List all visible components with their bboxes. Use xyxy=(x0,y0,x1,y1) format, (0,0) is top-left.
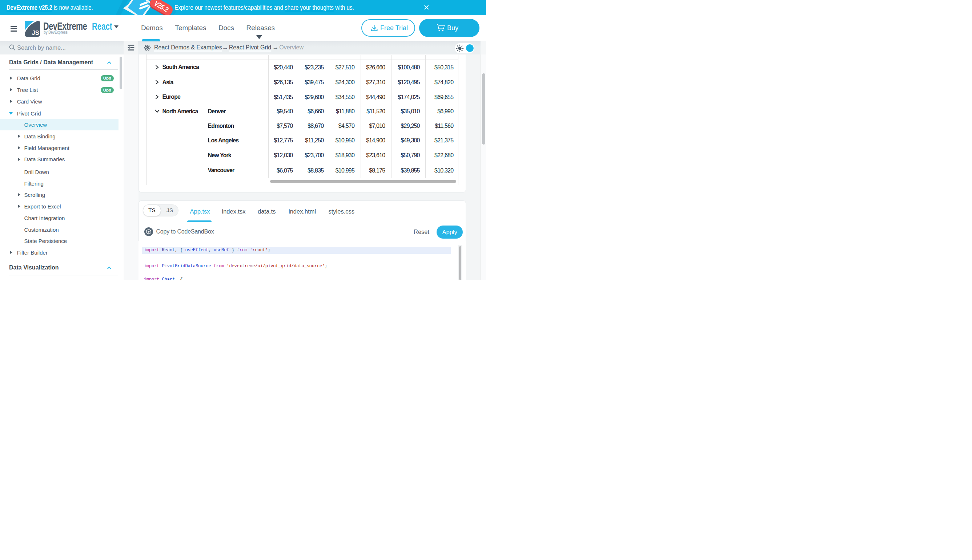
svg-text:JS: JS xyxy=(32,29,39,36)
